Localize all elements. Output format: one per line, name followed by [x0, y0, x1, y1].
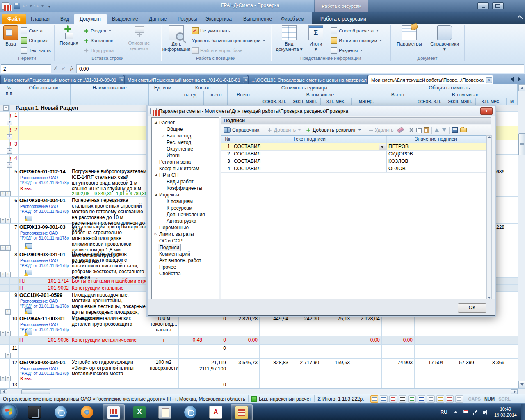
tree-item-indeksy[interactable]: Индексы	[152, 192, 219, 198]
status-toolbar-icon-7[interactable]	[427, 395, 435, 403]
qat-customize-button[interactable]: ▾	[48, 4, 50, 9]
col-name[interactable]: Наименование	[71, 84, 149, 105]
tree-item-limit-zatraty[interactable]: Лимит. затраты	[152, 231, 219, 237]
eraser-icon[interactable]	[397, 127, 404, 134]
razdely-button[interactable]: Разделы	[331, 46, 363, 55]
status-toolbar-icon-3[interactable]	[389, 395, 397, 403]
volume-icon[interactable]	[482, 409, 488, 415]
expand-row-icon[interactable]	[7, 148, 12, 154]
tree-item-res-metod[interactable]: Рес. метод	[152, 139, 219, 146]
doc-tab-3[interactable]: ...\ОССЦЖ. Отраслевые сметные цены на ма…	[248, 75, 368, 84]
find-norm-button[interactable]: Найти в норм. базе	[192, 46, 242, 55]
network-icon[interactable]	[472, 409, 479, 415]
collapse-section-icon[interactable]	[3, 105, 9, 111]
signatures-scrollbar[interactable]	[486, 135, 492, 300]
status-toolbar-icon-1[interactable]	[370, 395, 378, 403]
status-toolbar-icon-6[interactable]	[418, 395, 425, 403]
col-number[interactable]: №	[221, 136, 232, 143]
signature-row-2[interactable]: 2 СОСТАВИЛ СИДОРОВ	[221, 151, 486, 158]
tree-item-itogi[interactable]: Итоги	[152, 152, 219, 159]
taskbar-app-2-active[interactable]	[231, 404, 253, 420]
expand-row-icon[interactable]	[7, 134, 12, 139]
tree-item-akt[interactable]: Акт выполн. работ	[152, 257, 219, 264]
tree-item-prochee[interactable]: Прочее	[152, 264, 219, 270]
tab-file[interactable]: Файл	[2, 14, 26, 24]
spravochnik-button[interactable]: Справочник	[223, 126, 260, 134]
tree-item-svojstva[interactable]: Свойства	[152, 270, 219, 277]
add-requisite-button[interactable]: Добавить реквизит	[304, 126, 362, 134]
tech-part-button[interactable]: Тех. часть	[21, 46, 51, 55]
tree-item-os-ssr[interactable]: ОС и ССР	[152, 237, 219, 244]
redo-button[interactable]: ↷	[34, 3, 39, 9]
grid-horizontal-scrollbar[interactable]	[0, 388, 525, 394]
col-unit-total[interactable]: Всего	[228, 91, 259, 105]
tree-item-k-poziciyam[interactable]: К позициям	[152, 198, 219, 205]
col-unit[interactable]: Ед. изм.	[149, 84, 178, 105]
expand-icon[interactable]	[5, 191, 11, 196]
move-up-icon[interactable]	[434, 128, 439, 132]
expand-icon[interactable]	[5, 218, 11, 223]
status-toolbar-icon-5[interactable]	[408, 395, 416, 403]
col-unit-exp[interactable]: эксп. маш.	[290, 98, 321, 105]
tab-reswork[interactable]: Работа с ресурсами	[315, 14, 372, 24]
scroll-up-icon[interactable]	[518, 84, 525, 91]
taskbar-browser-1[interactable]	[50, 404, 71, 420]
col-total-cost[interactable]: Общая стоимость	[381, 84, 518, 91]
taskbar-app-1[interactable]	[24, 404, 45, 420]
tab-resources[interactable]: Ресурсы	[172, 14, 202, 24]
doc-tab-4-active[interactable]: Мои сметы\Для текущей работы\Прове...\Пр…	[368, 75, 493, 84]
tree-item-koefficienty[interactable]: Коэффициенты	[152, 185, 219, 192]
doc-tab-1[interactable]: Мои сметы\Пешеходный мост на ст...\01-01…	[0, 75, 124, 84]
tab-scroll-left-icon[interactable]	[511, 77, 514, 82]
confirm-entry-icon[interactable]: ✓	[60, 64, 67, 73]
tree-item-peremennye[interactable]: Переменные	[152, 224, 219, 231]
dialog-close-button[interactable]: x	[480, 107, 493, 115]
action-center-icon[interactable]	[462, 409, 469, 415]
status-toolbar-icon-2[interactable]	[380, 395, 388, 403]
close-tab-icon[interactable]: x	[486, 77, 492, 83]
col-total-mat[interactable]: м	[507, 98, 518, 105]
expand-row-icon[interactable]	[7, 162, 12, 168]
cell-reference-box[interactable]: 2	[1, 64, 51, 73]
status-toolbar-icon-4[interactable]	[399, 395, 406, 403]
position-button[interactable]: Позиция	[57, 25, 80, 46]
close-tab-icon[interactable]: x	[119, 77, 124, 83]
col-total-zpm[interactable]: з.п. мех.	[476, 98, 507, 105]
clock[interactable]: 10:49 19.03.2014	[490, 406, 521, 418]
move-down-icon[interactable]	[442, 128, 447, 132]
tab-expertise[interactable]: Экспертиза	[200, 14, 237, 24]
redo-dropdown-icon[interactable]	[41, 5, 44, 7]
expand-icon[interactable]	[5, 309, 11, 315]
dialog-title-bar[interactable]: Параметры сметы - Мои сметы\Для текущей …	[148, 106, 495, 116]
skip-position-button[interactable]: Не учитывать	[192, 27, 230, 35]
doc-view-button[interactable]: Вид документа ▾	[276, 25, 303, 52]
taskbar-firefox[interactable]	[76, 404, 98, 420]
tree-item-obshchie[interactable]: Общие	[152, 126, 219, 132]
resource-row[interactable]: Н 201-9006 Конструкции металлические т 0…	[0, 336, 518, 345]
expand-row-icon[interactable]	[7, 120, 12, 125]
col-npp[interactable]: №п.п	[0, 84, 18, 105]
sbornik-button[interactable]: Сборник	[21, 37, 48, 45]
baza-button[interactable]: База	[2, 25, 19, 47]
razdel-button[interactable]: Раздел	[84, 27, 111, 35]
signature-row-3[interactable]: 3 СОСТАВИЛ КОЗЛОВ	[221, 158, 486, 165]
tree-item-dop-nachisleniya[interactable]: Доп. начисления	[152, 211, 219, 218]
col-unit-osn[interactable]: основ. з.п.	[259, 98, 290, 105]
undo-dropdown-icon[interactable]	[30, 5, 32, 7]
col-signature-value[interactable]: Значение подписи	[387, 136, 485, 143]
tree-item-kommentarij[interactable]: Комментарий	[152, 251, 219, 257]
tab-data[interactable]: Данные	[144, 14, 172, 24]
col-qty-unit[interactable]: на ед.	[178, 91, 204, 105]
cut-icon[interactable]	[409, 128, 414, 132]
undo-button[interactable]: ↶	[22, 3, 27, 9]
col-unit-cost[interactable]: Стоимость единицы	[228, 84, 381, 91]
language-indicator[interactable]: RU	[437, 409, 451, 415]
tree-item-avtozagruzka[interactable]: Автозагрузка	[152, 218, 219, 224]
itogi-position-button[interactable]: Итоги по позиции	[331, 37, 382, 45]
col-unit-incl[interactable]: В том числе	[259, 91, 381, 98]
app-icon[interactable]	[2, 2, 9, 10]
tree-item-podpisi-selected[interactable]: Подписи	[152, 244, 219, 251]
row-10[interactable]: 10 ОЕРЖ45-11-003-01 Распоряжение ОАО "РЖ…	[0, 315, 518, 336]
zagolovok-button[interactable]: Заголовок	[84, 37, 113, 45]
defect-description-button[interactable]: Описание дефекта	[121, 25, 157, 51]
